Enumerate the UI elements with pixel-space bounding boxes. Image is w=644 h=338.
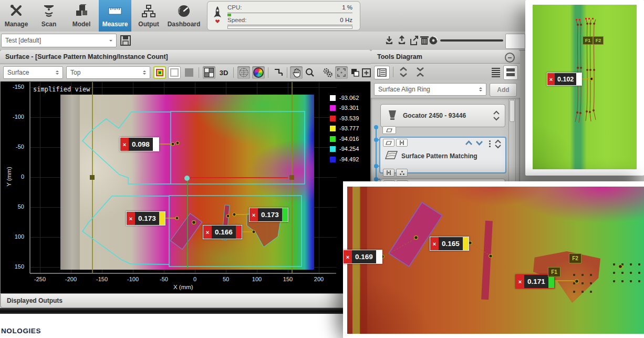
measurement-flag[interactable]: 0.102 <box>547 73 582 86</box>
collapse-panel-button[interactable] <box>505 53 515 63</box>
view-colorwheel-button[interactable] <box>252 66 265 79</box>
delete-measurement-icon[interactable] <box>120 138 129 151</box>
fit-view-button[interactable] <box>335 66 348 79</box>
caliper-icon <box>386 170 391 176</box>
download-job-icon[interactable] <box>386 36 392 44</box>
zoom-tool-button[interactable] <box>304 66 316 79</box>
expand-all-button[interactable] <box>397 66 410 78</box>
nav-dashboard-button[interactable]: Dashboard <box>165 0 203 32</box>
magenta-part-shape <box>388 201 443 267</box>
save-job-button[interactable] <box>120 35 131 46</box>
tool-card-sensor[interactable]: Gocator 2450 - 93446 <box>380 104 505 127</box>
feature-lines-overlay <box>533 5 637 169</box>
tool-type-select[interactable]: Surface Align Ring <box>374 83 486 96</box>
card-collapse-icon[interactable] <box>493 110 500 121</box>
view-3d-button[interactable]: 3D <box>217 66 230 79</box>
legend-value: -93.777 <box>339 125 359 131</box>
legend-swatch <box>330 157 336 162</box>
job-select[interactable]: Test [default] <box>1 34 117 47</box>
sensor-card-title: Gocator 2450 - 93446 <box>403 112 466 119</box>
detailed-list-button[interactable] <box>503 65 518 80</box>
nav-scan-button[interactable]: Scan <box>33 0 65 32</box>
expand-view-button[interactable] <box>361 66 371 79</box>
legend-row: -94.492 <box>330 156 359 162</box>
card-collapse-icon[interactable] <box>495 139 501 149</box>
view-quadrant-button[interactable] <box>203 66 215 79</box>
tool-menu-icon[interactable] <box>489 140 491 147</box>
nav-measure-button[interactable]: Measure <box>99 0 131 32</box>
collapse-all-button[interactable] <box>414 66 427 78</box>
upload-job-icon[interactable] <box>399 36 405 44</box>
dropdown-arrow-icon <box>109 39 112 42</box>
legend-value: -93.062 <box>339 95 359 101</box>
speed-progress-bar <box>227 26 352 29</box>
delete-measurement-icon[interactable] <box>127 212 135 225</box>
tool-input-tab[interactable] <box>383 139 394 147</box>
delete-measurement-icon[interactable] <box>547 73 555 85</box>
measurement-flag[interactable]: 0.165 <box>430 237 469 251</box>
delete-measurement-icon[interactable] <box>516 275 524 288</box>
move-tool-down-button[interactable] <box>475 140 483 146</box>
surface-source-select[interactable]: Surface <box>3 66 63 79</box>
measurement-flag[interactable]: 0.166 <box>203 225 242 239</box>
measurement-flag[interactable]: 0.173 <box>249 208 288 222</box>
model-cubes-icon <box>74 4 89 18</box>
legend-value: -93.301 <box>339 105 359 111</box>
surface-tool-icon <box>385 149 398 161</box>
delete-measurement-icon[interactable] <box>430 237 439 250</box>
tool-anchor-tab[interactable] <box>396 139 408 147</box>
move-tool-up-button[interactable] <box>465 140 473 146</box>
profile-section-button[interactable] <box>272 66 285 79</box>
tool-card-surface-pattern-matching[interactable]: Surface Pattern Matching <box>379 137 506 173</box>
displayed-outputs-bar[interactable]: Displayed Outputs <box>1 293 370 308</box>
legend-swatch <box>330 95 336 101</box>
delete-job-icon[interactable] <box>420 36 429 45</box>
measurement-flag[interactable]: 0.169 <box>343 250 382 264</box>
x-axis-label: X (mm) <box>173 284 193 290</box>
surface-data-icon <box>386 128 392 133</box>
delete-measurement-icon[interactable] <box>344 250 352 263</box>
dropdown-spinner-icon <box>479 87 482 91</box>
heightmap-edge-strip <box>60 95 80 270</box>
surface-viewpoint-select[interactable]: Top <box>66 66 150 79</box>
playback-slider[interactable] <box>440 39 503 42</box>
nav-output-button[interactable]: Output <box>132 0 165 32</box>
legend-swatch <box>330 146 336 152</box>
pan-tool-button[interactable] <box>290 66 303 79</box>
measurement-flag[interactable]: 0.173 <box>126 211 165 226</box>
legend-row: -94.254 <box>330 146 359 152</box>
compact-list-button[interactable] <box>491 67 501 77</box>
view-mesh-button[interactable] <box>237 66 250 79</box>
tools-scrollbar-thumb[interactable] <box>510 100 515 122</box>
sensor-icon <box>386 109 399 121</box>
tool-pattern-tab[interactable] <box>396 169 408 177</box>
export-job-icon[interactable] <box>411 36 418 45</box>
view-solid-button[interactable] <box>183 66 195 79</box>
view-settings-button[interactable] <box>321 66 334 79</box>
f1-text: F1 <box>585 38 591 43</box>
nav-model-button[interactable]: Model <box>65 0 98 32</box>
heatmap-zoom-image <box>347 187 644 334</box>
measurement-color-chip <box>282 208 288 221</box>
delete-measurement-icon[interactable] <box>203 226 212 239</box>
view-heatmap-button[interactable] <box>153 66 166 79</box>
sensor-output-tab[interactable] <box>382 126 396 134</box>
legend-row: -94.016 <box>330 136 359 142</box>
tool-measurement-tab[interactable] <box>383 169 394 177</box>
add-tool-row: Surface Align Ring Add <box>371 80 520 98</box>
diagram-view-button[interactable] <box>374 66 390 79</box>
view-grayscale-button[interactable] <box>168 66 181 79</box>
snapshot-button[interactable] <box>349 66 361 79</box>
nav-manage-button[interactable]: Manage <box>0 0 33 32</box>
profile-line-icon <box>274 68 283 77</box>
surface-view-toolbar: Surface Top 3D <box>0 64 371 82</box>
legend-value: -94.016 <box>339 136 359 142</box>
delete-measurement-icon[interactable] <box>250 208 258 221</box>
dropdown-spinner-icon <box>143 70 146 75</box>
measurement-flag[interactable]: 0.098 <box>120 137 159 151</box>
frame-index-input[interactable] <box>505 34 525 49</box>
record-disk-icon[interactable] <box>430 37 438 45</box>
add-tool-button[interactable]: Add <box>490 83 517 97</box>
legend-row: -93.777 <box>330 125 359 131</box>
f2-text: F2 <box>596 38 601 43</box>
